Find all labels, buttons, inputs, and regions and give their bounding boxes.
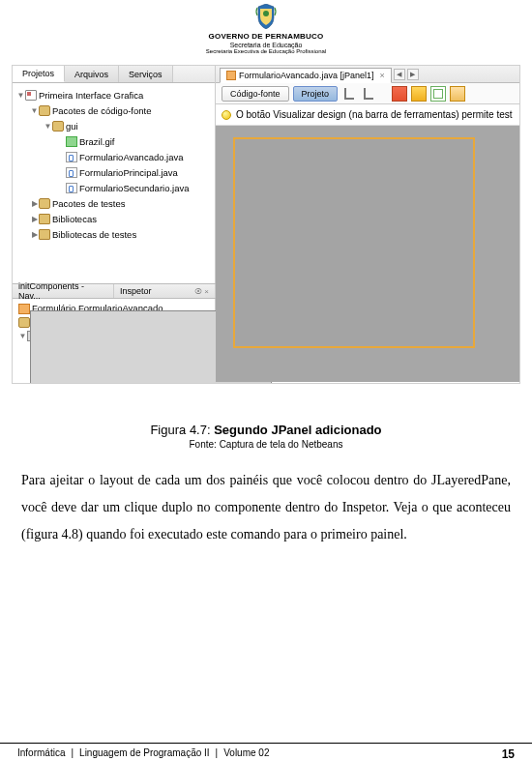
tool-align-icon[interactable] — [450, 86, 465, 102]
project-icon — [25, 90, 37, 101]
crest-icon — [254, 4, 278, 29]
footer-course: Informática — [17, 747, 65, 761]
jpanel-selection[interactable] — [233, 137, 475, 348]
letterhead: GOVERNO DE PERNAMBUCO Secretaria de Educ… — [0, 0, 532, 57]
project-tree[interactable]: ▼Primeira Interface Grafica ▼Pacotes de … — [13, 83, 215, 281]
tool-preview-icon[interactable] — [430, 86, 446, 102]
design-canvas[interactable] — [216, 126, 519, 382]
image-icon — [66, 136, 77, 147]
hint-text: O botão Visualizar design (na barra de f… — [236, 109, 513, 120]
body-paragraph: Para ajeitar o layout de cada um dos pai… — [21, 467, 511, 548]
insp-jpanel2[interactable]: jPanel2 [JPanel] — [45, 371, 212, 384]
insp-layered[interactable]: ▼jLayeredPane1 [JLayeredPane] jPanel1 [J… — [32, 343, 212, 384]
gov-line3: Secretaria Executiva de Educação Profiss… — [0, 48, 532, 55]
editor-pane: FormularioAvancado.java [jPanel1] × ◀ ▶ … — [216, 66, 519, 383]
tree-tests[interactable]: ▶Pacotes de testes — [30, 195, 213, 211]
java-icon — [66, 183, 77, 193]
caption-source: Fonte: Captura de tela do Netbeans — [0, 439, 532, 450]
tab-arquivos[interactable]: Arquivos — [65, 66, 119, 82]
tree-file-fp[interactable]: FormularioPrincipal.java — [57, 164, 213, 180]
tree-pkg-gui[interactable]: ▼gui Brazil.gif FormularioAvancado.java … — [44, 118, 213, 195]
tree-file-fs[interactable]: FormularioSecundario.java — [57, 180, 213, 195]
history-icon[interactable] — [341, 86, 357, 102]
caption-prefix: Figura 4.7: — [150, 423, 214, 437]
form-icon — [226, 71, 236, 80]
folder-icon — [18, 317, 30, 328]
gov-line2: Secretaria de Educação — [0, 42, 532, 49]
hint-bar: O botão Visualizar design (na barra de f… — [216, 104, 519, 126]
left-pane: Projetos Arquivos Serviços ▼Primeira Int… — [13, 66, 216, 383]
footer-volume: Volume 02 — [223, 747, 269, 761]
svg-point-0 — [263, 11, 269, 16]
netbeans-screenshot: Projetos Arquivos Serviços ▼Primeira Int… — [12, 65, 520, 384]
library-icon — [39, 229, 50, 240]
insp-jframe[interactable]: ▼[JFrame] ▼jLayeredPane1 [JLayeredPane] … — [18, 329, 212, 384]
caption-title: Segundo JPanel adicionado — [214, 423, 381, 437]
footer-subject: Linguagem de Programação II — [79, 747, 210, 761]
inspector-tree[interactable]: Formulário FormularioAvancado Outros com… — [13, 299, 216, 384]
letterhead-text: GOVERNO DE PERNAMBUCO Secretaria de Educ… — [0, 33, 532, 55]
left-tabbar: Projetos Arquivos Serviços — [13, 66, 215, 83]
package-icon — [52, 121, 64, 132]
form-icon — [18, 304, 30, 314]
projeto-button[interactable]: Projeto — [293, 86, 339, 102]
tool-selection-icon[interactable] — [392, 86, 407, 102]
codigo-fonte-button[interactable]: Código-fonte — [222, 86, 289, 102]
inspector-tab-nav[interactable]: initComponents - Nav... — [13, 284, 114, 298]
folder-icon — [39, 105, 50, 116]
close-icon[interactable]: × — [379, 71, 384, 80]
tree-file-fa[interactable]: FormularioAvancado.java — [57, 149, 213, 164]
page-number: 15 — [502, 747, 515, 761]
tab-servicos[interactable]: Serviços — [119, 66, 173, 82]
tree-file-brazil[interactable]: Brazil.gif — [57, 133, 213, 149]
tab-scroll-left-icon[interactable]: ◀ — [394, 69, 405, 80]
java-icon — [66, 167, 77, 178]
library-icon — [39, 214, 50, 224]
tab-projetos[interactable]: Projetos — [13, 66, 65, 82]
tree-src[interactable]: ▼Pacotes de código-fonte ▼gui Brazil.gif… — [30, 102, 213, 195]
tree-project[interactable]: ▼Primeira Interface Grafica ▼Pacotes de … — [16, 87, 213, 242]
tree-libs[interactable]: ▶Bibliotecas — [30, 211, 213, 226]
tree-test-libs[interactable]: ▶Bibliotecas de testes — [30, 226, 213, 242]
pin-icon[interactable]: ⦿ × — [194, 287, 209, 296]
gov-line1: GOVERNO DE PERNAMBUCO — [0, 33, 532, 42]
inspector-tab-inspetor[interactable]: Inspetor⦿ × — [114, 284, 216, 298]
footer-sep: | — [71, 747, 74, 761]
editor-tabbar: FormularioAvancado.java [jPanel1] × ◀ ▶ — [216, 66, 519, 83]
folder-icon — [39, 198, 50, 209]
inspector-tabbar: initComponents - Nav... Inspetor⦿ × — [13, 283, 216, 299]
tool-connection-icon[interactable] — [411, 86, 427, 102]
page-footer: Informática | Linguagem de Programação I… — [0, 743, 532, 761]
editor-tab[interactable]: FormularioAvancado.java [jPanel1] × — [220, 68, 392, 83]
lightbulb-icon — [222, 110, 231, 120]
java-icon — [66, 152, 77, 162]
editor-toolbar: Código-fonte Projeto — [216, 83, 519, 104]
tab-scroll-right-icon[interactable]: ▶ — [407, 69, 419, 80]
figure-caption: Figura 4.7: Segundo JPanel adicionado Fo… — [0, 423, 532, 450]
history-forward-icon[interactable] — [361, 86, 376, 102]
footer-sep: | — [216, 747, 219, 761]
